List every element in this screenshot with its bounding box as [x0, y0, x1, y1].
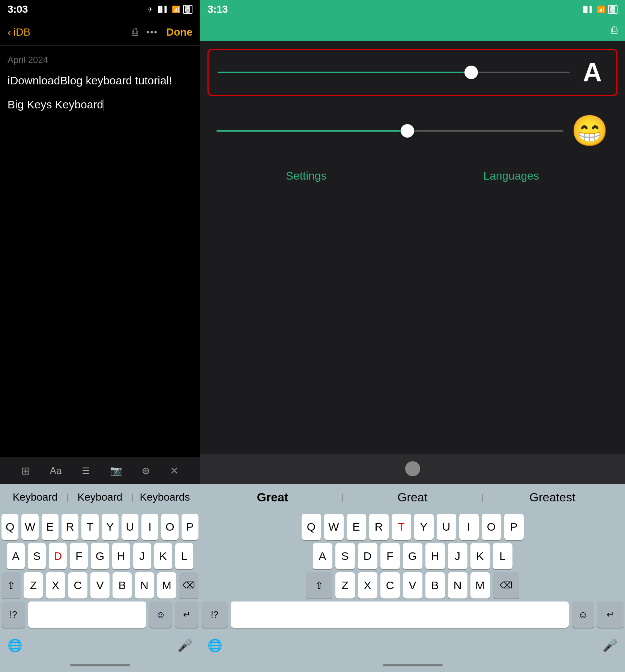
right-key-L[interactable]: L [493, 543, 512, 569]
table-icon[interactable]: ⊞ [21, 465, 30, 477]
right-share-icon[interactable]: ⎙ [611, 24, 617, 36]
right-key-N[interactable]: N [448, 572, 467, 598]
location-icon: ✈ [147, 5, 153, 14]
more-icon[interactable]: ••• [146, 27, 158, 38]
right-key-Y[interactable]: Y [414, 514, 434, 540]
close-icon[interactable]: ✕ [170, 465, 179, 477]
right-autocomplete-1[interactable]: Great [204, 490, 341, 504]
key-backspace[interactable]: ⌫ [179, 572, 198, 598]
font-size-slider-track[interactable] [218, 72, 570, 73]
key-emoji[interactable]: ☺ [149, 602, 172, 628]
key-D[interactable]: D [49, 543, 67, 569]
autocomplete-word-1[interactable]: Keyboard [4, 491, 66, 503]
key-Q[interactable]: Q [2, 514, 18, 540]
right-key-O[interactable]: O [482, 514, 501, 540]
camera-icon[interactable]: 📷 [110, 465, 122, 477]
key-C[interactable]: C [68, 572, 87, 598]
right-key-Q[interactable]: Q [302, 514, 321, 540]
keyboard-row-2: A S D F G H J K L [2, 543, 198, 569]
battery-icon: ▓ [183, 5, 192, 14]
right-key-S[interactable]: S [335, 543, 355, 569]
circle-icon[interactable]: ⊕ [142, 465, 150, 477]
share-icon[interactable]: ⎙ [132, 26, 138, 38]
autocomplete-word-2[interactable]: Keyboard [69, 491, 131, 503]
key-B[interactable]: B [113, 572, 132, 598]
mic-icon[interactable]: 🎤 [177, 638, 192, 652]
right-key-T[interactable]: T [392, 514, 411, 540]
key-P[interactable]: P [182, 514, 198, 540]
right-key-G[interactable]: G [403, 543, 422, 569]
right-key-H[interactable]: H [425, 543, 445, 569]
key-L[interactable]: L [175, 543, 193, 569]
key-A[interactable]: A [7, 543, 25, 569]
right-key-shift[interactable]: ⇧ [306, 572, 332, 598]
notes-content: April 2024 iDownloadBlog keyboard tutori… [0, 46, 200, 458]
key-T[interactable]: T [81, 514, 98, 540]
key-K[interactable]: K [154, 543, 172, 569]
right-key-F[interactable]: F [380, 543, 400, 569]
settings-button[interactable]: Settings [286, 170, 326, 182]
key-N[interactable]: N [135, 572, 154, 598]
left-autocomplete-bar: Keyboard | Keyboard | Keyboards [0, 484, 200, 511]
right-globe-icon[interactable]: 🌐 [207, 638, 222, 652]
right-key-X[interactable]: X [358, 572, 377, 598]
right-autocomplete-3[interactable]: Greatest [484, 490, 621, 504]
right-key-R[interactable]: R [369, 514, 389, 540]
key-return[interactable]: ↵ [175, 602, 198, 628]
right-key-B[interactable]: B [425, 572, 445, 598]
right-key-W[interactable]: W [324, 514, 344, 540]
done-button[interactable]: Done [166, 26, 192, 38]
right-key-J[interactable]: J [448, 543, 467, 569]
key-J[interactable]: J [133, 543, 151, 569]
back-button[interactable]: ‹ iDB [8, 26, 30, 39]
list-icon[interactable]: ☰ [82, 466, 90, 476]
key-Y[interactable]: Y [102, 514, 119, 540]
globe-icon[interactable]: 🌐 [8, 638, 23, 652]
key-I[interactable]: I [141, 514, 158, 540]
right-key-P[interactable]: P [504, 514, 524, 540]
keyboard-row-1: Q W E R T Y U I O P [2, 514, 198, 540]
font-icon[interactable]: Aa [50, 465, 62, 477]
right-key-symbols[interactable]: !? [201, 602, 228, 628]
key-F[interactable]: F [70, 543, 88, 569]
key-U[interactable]: U [122, 514, 138, 540]
key-symbols[interactable]: !? [2, 602, 25, 628]
key-W[interactable]: W [21, 514, 38, 540]
right-key-K[interactable]: K [470, 543, 490, 569]
key-V[interactable]: V [90, 572, 110, 598]
right-key-I[interactable]: I [459, 514, 479, 540]
right-autocomplete-2[interactable]: Great [344, 490, 481, 504]
right-key-D[interactable]: D [358, 543, 377, 569]
right-key-A[interactable]: A [313, 543, 332, 569]
key-shift[interactable]: ⇧ [2, 572, 21, 598]
key-X[interactable]: X [46, 572, 65, 598]
key-M[interactable]: M [157, 572, 176, 598]
right-key-C[interactable]: C [380, 572, 400, 598]
right-key-M[interactable]: M [470, 572, 490, 598]
right-key-Z[interactable]: Z [335, 572, 355, 598]
key-G[interactable]: G [91, 543, 109, 569]
languages-button[interactable]: Languages [483, 170, 539, 182]
right-key-space[interactable] [231, 602, 569, 628]
key-Z[interactable]: Z [24, 572, 43, 598]
right-key-V[interactable]: V [403, 572, 422, 598]
emoji-size-slider-track[interactable] [216, 130, 563, 132]
autocomplete-word-3[interactable]: Keyboards [134, 491, 196, 503]
right-time: 3:13 [207, 3, 228, 15]
left-nav-bar: ‹ iDB ⎙ ••• Done [0, 19, 200, 46]
key-S[interactable]: S [28, 543, 46, 569]
key-E[interactable]: E [42, 514, 59, 540]
key-O[interactable]: O [161, 514, 178, 540]
key-space[interactable] [28, 602, 146, 628]
right-autocomplete-bar: Great | Great | Greatest [200, 484, 625, 511]
right-key-U[interactable]: U [437, 514, 456, 540]
right-key-E[interactable]: E [347, 514, 366, 540]
key-H[interactable]: H [112, 543, 130, 569]
left-time: 3:03 [8, 3, 28, 15]
right-key-backspace[interactable]: ⌫ [493, 572, 519, 598]
right-key-return[interactable]: ↵ [597, 602, 623, 628]
right-mic-icon[interactable]: 🎤 [602, 638, 617, 652]
right-key-emoji[interactable]: ☺ [572, 602, 594, 628]
right-home-bar [383, 664, 443, 666]
key-R[interactable]: R [62, 514, 78, 540]
